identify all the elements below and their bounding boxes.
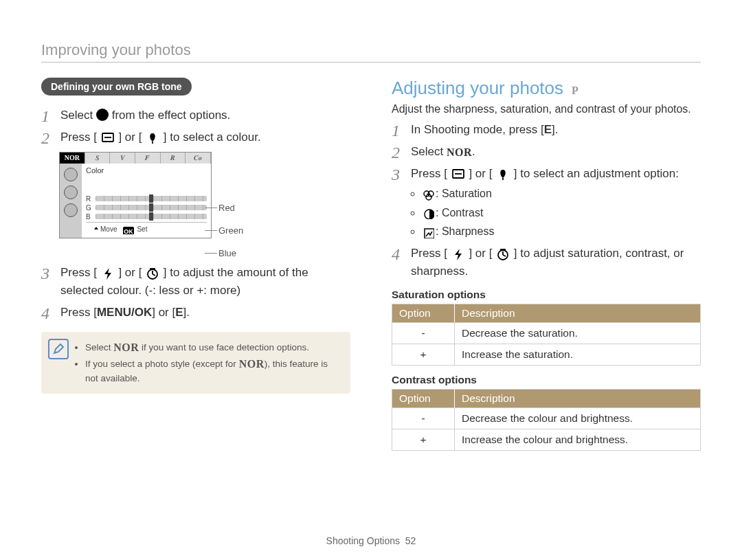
note-line-2: If you select a photo style (except for … xyxy=(85,357,341,385)
contrast-table: OptionDescription -Decrease the colour a… xyxy=(392,389,701,451)
step1-text: Select xyxy=(60,109,96,122)
macro-key-icon xyxy=(495,165,510,183)
slider-r: R xyxy=(86,195,207,203)
nor-inline-icon: NOR xyxy=(447,144,472,161)
left-column: Defining your own RGB tone Select from t… xyxy=(41,78,350,451)
step-2: Press [ ] or [ ] to select a colour. xyxy=(41,128,350,146)
slider-b: B xyxy=(86,213,207,221)
rgb-steps: Select from the effect options. Press [ … xyxy=(41,107,350,146)
legend-blue: Blue xyxy=(218,248,243,258)
adj-step-4: Press [ ] or [ ] to adjust saturation, c… xyxy=(392,245,701,280)
bullet-saturation: : Saturation xyxy=(422,186,701,203)
mode-badge: P xyxy=(572,85,578,97)
saturation-table: OptionDescription -Decrease the saturati… xyxy=(392,304,701,366)
rgb-steps-cont: Press [ ] or [ ] to adjust the amount of… xyxy=(41,264,350,321)
lcd-side-icons xyxy=(60,164,82,238)
contrast-options-head: Contrast options xyxy=(392,374,701,386)
timer-key-icon xyxy=(495,245,510,263)
lcd-legend: Red Green Blue xyxy=(218,152,243,258)
step-4: Press [MENU/OK] or [E]. xyxy=(41,304,350,322)
bullet-sharpness: : Sharpness xyxy=(422,223,701,240)
step-1: Select from the effect options. xyxy=(41,107,350,124)
note-box: Select NOR if you want to use face detec… xyxy=(41,332,350,394)
legend-green: Green xyxy=(218,225,243,236)
flash-key-icon xyxy=(451,245,466,263)
page-footer: Shooting Options 52 xyxy=(0,535,742,546)
adj-step-2: Select NOR. xyxy=(392,143,701,161)
lcd-set: Set xyxy=(122,225,147,234)
lcd-illustration: NOR 𝑺𝑽𝑭 𝑹𝑪𝒐 Color R G B xyxy=(59,152,350,258)
step1-text-end: from the effect options. xyxy=(112,109,231,122)
th-option: Option xyxy=(392,389,455,407)
slider-g: G xyxy=(86,204,207,212)
lcd-nor-chip: NOR xyxy=(60,153,85,164)
disp-key-icon xyxy=(100,128,115,146)
section-title-text: Adjusting your photos xyxy=(392,78,563,99)
bullet-contrast: : Contrast xyxy=(422,205,701,222)
step-3: Press [ ] or [ ] to adjust the amount of… xyxy=(41,264,350,300)
adjust-steps: In Shooting mode, press [E]. Select NOR.… xyxy=(392,121,701,280)
macro-key-icon xyxy=(145,128,160,146)
saturation-icon xyxy=(422,186,436,203)
lcd-color-label: Color xyxy=(86,166,207,175)
th-desc: Description xyxy=(455,304,701,322)
lcd-style-tabs: NOR 𝑺𝑽𝑭 𝑹𝑪𝒐 xyxy=(60,153,211,164)
table-row: +Increase the colour and brightness. xyxy=(392,429,701,450)
table-row: -Decrease the saturation. xyxy=(392,322,701,344)
custom-color-icon xyxy=(96,109,109,121)
th-desc: Description xyxy=(455,389,701,407)
section-title: Adjusting your photos P xyxy=(392,78,701,99)
flash-key-icon xyxy=(100,265,115,282)
right-column: Adjusting your photos P Adjust the sharp… xyxy=(392,78,701,451)
disp-key-icon xyxy=(451,165,466,183)
table-row: +Increase the saturation. xyxy=(392,344,701,365)
section-pill-rgb: Defining your own RGB tone xyxy=(41,78,192,96)
nor-inline-icon: NOR xyxy=(113,340,139,355)
nor-inline-icon: NOR xyxy=(239,357,265,372)
adj-step-1: In Shooting mode, press [E]. xyxy=(392,121,701,139)
saturation-options-head: Saturation options xyxy=(392,289,701,301)
note-line-1: Select NOR if you want to use face detec… xyxy=(85,340,341,355)
sharpness-icon xyxy=(422,224,436,240)
section-intro: Adjust the sharpness, saturation, and co… xyxy=(392,103,701,115)
table-row: -Decrease the colour and brightness. xyxy=(392,407,701,429)
breadcrumb: Improving your photos xyxy=(41,41,701,63)
adj-step-3: Press [ ] or [ ] to select an adjustment… xyxy=(392,165,701,241)
th-option: Option xyxy=(392,304,455,322)
legend-red: Red xyxy=(218,203,243,213)
contrast-icon xyxy=(422,205,436,221)
note-icon xyxy=(48,339,69,359)
lcd-move: Move xyxy=(90,225,117,234)
timer-key-icon xyxy=(145,265,160,282)
